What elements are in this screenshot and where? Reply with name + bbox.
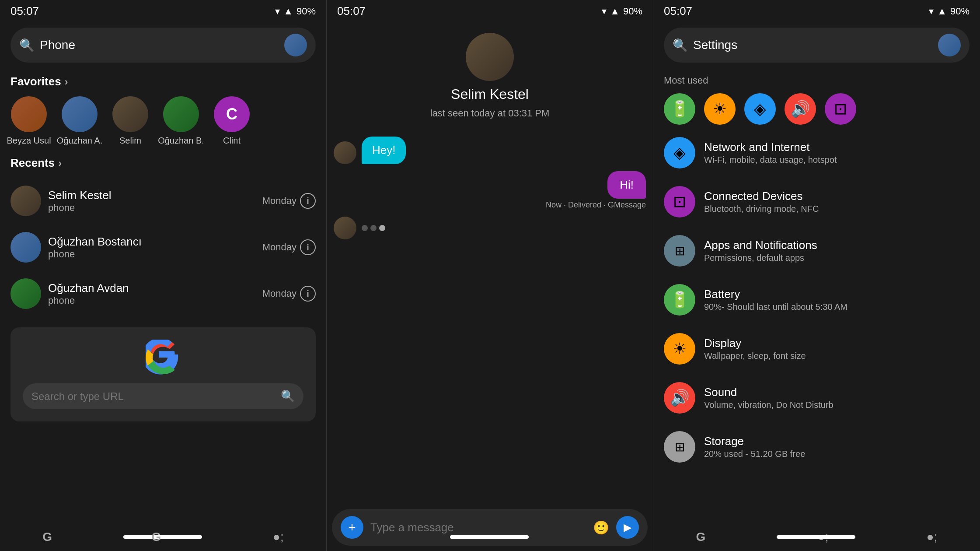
typing-dots (362, 225, 385, 231)
contact-header: Selim Kestel last seen today at 03:31 PM (327, 22, 653, 130)
status-icons-2: ▾ ▲ 90% (602, 6, 642, 17)
fav-avatar-beyza (11, 96, 47, 132)
recent-time-oguzhan-bost: Monday i (262, 239, 316, 255)
recent-type-oguzhan-av: phone (48, 295, 255, 306)
contact-avatar (466, 33, 514, 81)
status-bar-2: 05:07 ▾ ▲ 90% (327, 0, 653, 22)
info-btn-selim[interactable]: i (300, 193, 316, 209)
recent-type-selim: phone (48, 202, 255, 214)
bubble-hey: Hey! (362, 137, 406, 164)
signal-icon: ▲ (283, 6, 293, 17)
favorite-beyza[interactable]: Beyza Usul (7, 96, 51, 146)
network-title: Network and Internet (704, 140, 970, 154)
recent-avatar-oguzhan-av (10, 278, 41, 309)
settings-apps[interactable]: ⊞ Apps and Notifications Permissions, de… (653, 226, 980, 275)
connected-devices-icon: ⊡ (664, 186, 695, 218)
sound-subtitle: Volume, vibration, Do Not Disturb (704, 400, 970, 410)
apps-icon: ⊞ (664, 235, 695, 267)
battery-title: Battery (704, 288, 970, 301)
quick-wifi-icon[interactable]: ◈ (744, 93, 776, 125)
dot-3 (379, 225, 385, 231)
favorite-clint[interactable]: C Clint (210, 96, 254, 146)
google-logo (146, 340, 181, 375)
settings-storage[interactable]: ⊞ Storage 20% used - 51.20 GB free (653, 422, 980, 471)
settings-search-input[interactable]: Settings (693, 38, 933, 52)
quick-sound-icon[interactable]: 🔊 (785, 93, 816, 125)
contact-status: last seen today at 03:31 PM (430, 108, 550, 119)
settings-list: ◈ Network and Internet Wi-Fi, mobile, da… (653, 128, 980, 523)
signal-icon-3: ▲ (937, 6, 947, 17)
search-icon-settings: 🔍 (673, 38, 688, 53)
storage-text: Storage 20% used - 51.20 GB free (704, 435, 970, 459)
user-avatar-3 (938, 34, 961, 56)
settings-network[interactable]: ◈ Network and Internet Wi-Fi, mobile, da… (653, 128, 980, 177)
google-search-bar[interactable]: 🔍 (23, 383, 303, 409)
recents-list: Selim Kestel phone Monday i Oğuzhan Bost… (0, 174, 326, 320)
phone-search-bar[interactable]: 🔍 Phone (10, 28, 316, 63)
recent-info-selim: Selim Kestel phone (48, 189, 255, 214)
battery-settings-icon: 🔋 (664, 284, 695, 316)
favorites-header: Favorites › (0, 68, 326, 93)
network-icon: ◈ (664, 137, 695, 168)
settings-battery[interactable]: 🔋 Battery 90%- Should last until about 5… (653, 275, 980, 324)
quick-display-icon[interactable]: ☀ (704, 93, 736, 125)
storage-settings-icon: ⊞ (664, 431, 695, 463)
battery-status-1: 90% (296, 6, 316, 17)
sound-settings-icon: 🔊 (664, 382, 695, 414)
status-icons-3: ▾ ▲ 90% (929, 6, 970, 17)
sound-text: Sound Volume, vibration, Do Not Disturb (704, 386, 970, 410)
recents-header: Recents › (0, 149, 326, 174)
google-nav-2: G (151, 530, 161, 544)
quick-icons-row: 🔋 ☀ ◈ 🔊 ⊡ (664, 93, 970, 125)
nav-bar-3: G ●; (653, 523, 980, 551)
display-text: Display Wallpaper, sleep, font size (704, 337, 970, 361)
quick-battery-icon[interactable]: 🔋 (664, 93, 695, 125)
message-panel: 05:07 ▾ ▲ 90% Selim Kestel last seen tod… (327, 0, 653, 551)
network-text: Network and Internet Wi-Fi, mobile, data… (704, 140, 970, 165)
settings-connected[interactable]: ⊡ Connected Devices Bluetooth, driving m… (653, 177, 980, 226)
phone-search-input[interactable]: Phone (40, 38, 279, 52)
fav-name-selim: Selim (119, 136, 141, 146)
favorite-selim[interactable]: Selim (108, 96, 152, 146)
display-settings-icon: ☀ (664, 333, 695, 365)
recents-chevron[interactable]: › (58, 157, 62, 169)
fav-name-oguzhan-b: Oğuzhan B. (158, 136, 204, 146)
home-gesture-3 (777, 535, 855, 539)
favorites-row: Beyza Usul Oğuzhan A. Selim Oğuzhan B. C… (0, 93, 326, 149)
battery-text: Battery 90%- Should last until about 5:3… (704, 288, 970, 312)
recent-selim-kestel[interactable]: Selim Kestel phone Monday i (0, 178, 326, 224)
user-avatar-1 (284, 34, 307, 56)
recent-oguzhan-av[interactable]: Oğuzhan Avdan phone Monday i (0, 270, 326, 317)
settings-display[interactable]: ☀ Display Wallpaper, sleep, font size (653, 324, 980, 373)
info-btn-oguzhan-bost[interactable]: i (300, 239, 316, 255)
settings-sound[interactable]: 🔊 Sound Volume, vibration, Do Not Distur… (653, 373, 980, 422)
most-used-label: Most used (664, 75, 970, 86)
google-nav-3: G (696, 530, 705, 544)
recent-name-oguzhan-bost: Oğuzhan Bostancı (48, 235, 255, 249)
info-btn-oguzhan-av[interactable]: i (300, 286, 316, 302)
display-title: Display (704, 337, 970, 350)
apps-title: Apps and Notifications (704, 239, 970, 252)
recent-info-oguzhan-bost: Oğuzhan Bostancı phone (48, 235, 255, 260)
phone-panel: 05:07 ▾ ▲ 90% 🔍 Phone Favorites › Beyza … (0, 0, 327, 551)
recent-oguzhan-bost[interactable]: Oğuzhan Bostancı phone Monday i (0, 224, 326, 270)
favorite-oguzhan-a[interactable]: Oğuzhan A. (58, 96, 101, 146)
favorites-chevron[interactable]: › (65, 76, 68, 88)
recent-avatar-oguzhan-bost (10, 232, 41, 263)
sound-title: Sound (704, 386, 970, 399)
storage-subtitle: 20% used - 51.20 GB free (704, 449, 970, 459)
assistant-nav-3: ●; (927, 530, 938, 544)
quick-connected-icon[interactable]: ⊡ (825, 93, 856, 125)
fav-avatar-clint: C (214, 96, 250, 132)
most-used-section: Most used 🔋 ☀ ◈ 🔊 ⊡ (653, 68, 980, 128)
search-icon-1: 🔍 (19, 38, 35, 53)
settings-search-bar[interactable]: 🔍 Settings (664, 28, 970, 63)
dot-1 (362, 225, 368, 231)
recent-type-oguzhan-bost: phone (48, 249, 255, 260)
recent-time-oguzhan-av: Monday i (262, 286, 316, 302)
google-widget: 🔍 (10, 327, 316, 421)
favorite-oguzhan-b[interactable]: Oğuzhan B. (159, 96, 203, 146)
url-search-input[interactable] (31, 390, 276, 403)
apps-text: Apps and Notifications Permissions, defa… (704, 239, 970, 263)
status-icons-1: ▾ ▲ 90% (275, 6, 316, 17)
